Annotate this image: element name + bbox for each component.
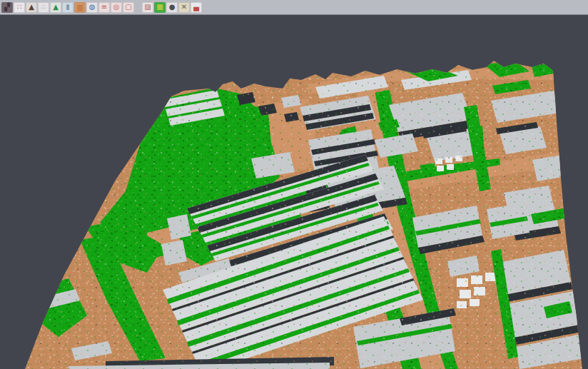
- toolbar-button-sparse-points-icon[interactable]: ∴: [38, 2, 49, 13]
- toolbar-button-registration-points-icon[interactable]: ∷: [14, 2, 25, 13]
- toolbar-button-mesh-sphere-icon[interactable]: ●: [166, 2, 178, 13]
- toolbar-button-cloud-pair-icon[interactable]: ▞: [1, 2, 13, 13]
- toolbar-button-crop-box-icon[interactable]: ▢: [123, 2, 134, 13]
- toolbar-button-ortho-square-icon[interactable]: ▆: [74, 2, 86, 13]
- toolbar-button-contour-lines-icon[interactable]: ≡: [98, 2, 110, 13]
- toolbar-button-grid-export-icon[interactable]: ▨: [142, 2, 153, 13]
- application-window: ▞∷▲∴▲▮▆◍≡◎▢▨▩●✕▄: [0, 0, 588, 369]
- building-small-left: [27, 198, 66, 216]
- toolbar-button-target-ring-icon[interactable]: ◎: [111, 2, 122, 13]
- toolbar-button-terrain-classify-icon[interactable]: ▲: [50, 2, 61, 13]
- toolbar-button-flag-icon[interactable]: ▄: [191, 2, 202, 13]
- toolbar-separator: [135, 2, 142, 13]
- point-noise-overlay: [0, 57, 588, 369]
- toolbar-button-profile-column-icon[interactable]: ▮: [62, 2, 74, 13]
- viewport-3d-canvas[interactable]: [0, 16, 588, 369]
- toolbar-button-classification-map-icon[interactable]: ▩: [154, 2, 166, 13]
- viewport-container: [0, 16, 588, 369]
- main-toolbar: ▞∷▲∴▲▮▆◍≡◎▢▨▩●✕▄: [0, 0, 588, 15]
- toolbar-button-globe-icon[interactable]: ◍: [86, 2, 98, 13]
- green-patch-left-4: [41, 207, 83, 240]
- toolbar-button-dem-mountain-icon[interactable]: ▲: [26, 2, 37, 13]
- toolbar-button-measure-icon[interactable]: ✕: [178, 2, 190, 13]
- building-small-left: [6, 330, 36, 347]
